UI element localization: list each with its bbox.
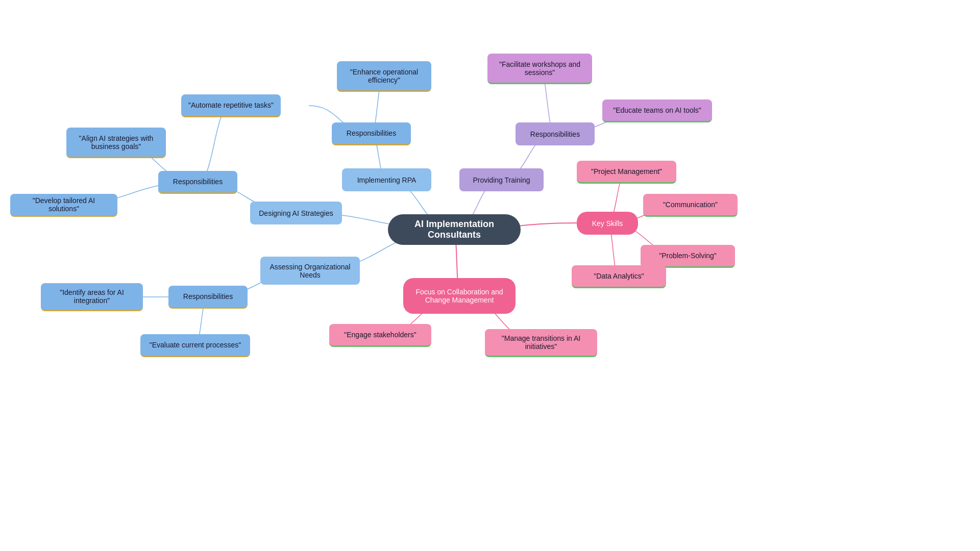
problem-solving-label: "Problem-Solving"	[659, 252, 717, 260]
focus-collab-node[interactable]: Focus on Collaboration and Change Manage…	[403, 278, 516, 314]
resp-designing-label: Responsibilities	[173, 178, 223, 186]
designing-ai-label: Designing AI Strategies	[259, 209, 333, 217]
engage-label: "Engage stakeholders"	[344, 331, 416, 339]
assessing-org-node[interactable]: Assessing Organizational Needs	[260, 257, 360, 285]
data-analytics-label: "Data Analytics"	[594, 272, 644, 280]
align-node[interactable]: "Align AI strategies with business goals…	[66, 128, 166, 158]
develop-node[interactable]: "Develop tailored AI solutions"	[10, 194, 117, 217]
resp-training-node[interactable]: Responsibilities	[516, 122, 595, 145]
communication-label: "Communication"	[663, 201, 718, 209]
designing-ai-node[interactable]: Designing AI Strategies	[250, 202, 342, 224]
evaluate-label: "Evaluate current processes"	[150, 341, 241, 349]
providing-training-label: Providing Training	[473, 176, 530, 184]
resp-training-label: Responsibilities	[530, 130, 580, 138]
educate-label: "Educate teams on AI tools"	[613, 106, 701, 114]
develop-label: "Develop tailored AI solutions"	[16, 196, 111, 213]
project-mgmt-label: "Project Management"	[591, 167, 662, 176]
center-node[interactable]: AI Implementation Consultants	[388, 214, 521, 245]
problem-solving-node[interactable]: "Problem-Solving"	[641, 245, 735, 268]
key-skills-label: Key Skills	[592, 219, 623, 228]
resp-implementing-node[interactable]: Responsibilities	[332, 122, 411, 145]
identify-node[interactable]: "Identify areas for AI integration"	[41, 283, 143, 311]
project-mgmt-node[interactable]: "Project Management"	[577, 161, 676, 184]
evaluate-node[interactable]: "Evaluate current processes"	[140, 334, 250, 357]
providing-training-node[interactable]: Providing Training	[459, 168, 544, 191]
identify-label: "Identify areas for AI integration"	[47, 288, 137, 305]
resp-designing-node[interactable]: Responsibilities	[158, 171, 237, 194]
assessing-org-label: Assessing Organizational Needs	[266, 263, 354, 279]
key-skills-node[interactable]: Key Skills	[577, 212, 638, 235]
resp-implementing-label: Responsibilities	[347, 129, 396, 137]
facilitate-label: "Facilitate workshops and sessions"	[494, 60, 586, 77]
automate-node[interactable]: "Automate repetitive tasks"	[181, 94, 281, 117]
data-analytics-node[interactable]: "Data Analytics"	[572, 265, 666, 288]
enhance-label: "Enhance operational efficiency"	[343, 68, 425, 84]
resp-assessing-node[interactable]: Responsibilities	[168, 286, 248, 309]
center-label: AI Implementation Consultants	[404, 219, 504, 240]
engage-node[interactable]: "Engage stakeholders"	[329, 324, 431, 347]
align-label: "Align AI strategies with business goals…	[72, 134, 160, 151]
resp-assessing-label: Responsibilities	[183, 292, 233, 300]
manage-node[interactable]: "Manage transitions in AI initiatives"	[485, 329, 597, 357]
communication-node[interactable]: "Communication"	[643, 194, 738, 217]
manage-label: "Manage transitions in AI initiatives"	[491, 334, 591, 350]
implementing-rpa-node[interactable]: Implementing RPA	[342, 168, 431, 191]
automate-label: "Automate repetitive tasks"	[188, 101, 274, 109]
enhance-node[interactable]: "Enhance operational efficiency"	[337, 61, 431, 92]
educate-node[interactable]: "Educate teams on AI tools"	[602, 99, 712, 122]
facilitate-node[interactable]: "Facilitate workshops and sessions"	[487, 54, 592, 84]
focus-collab-label: Focus on Collaboration and Change Manage…	[409, 288, 509, 304]
implementing-rpa-label: Implementing RPA	[357, 176, 416, 184]
